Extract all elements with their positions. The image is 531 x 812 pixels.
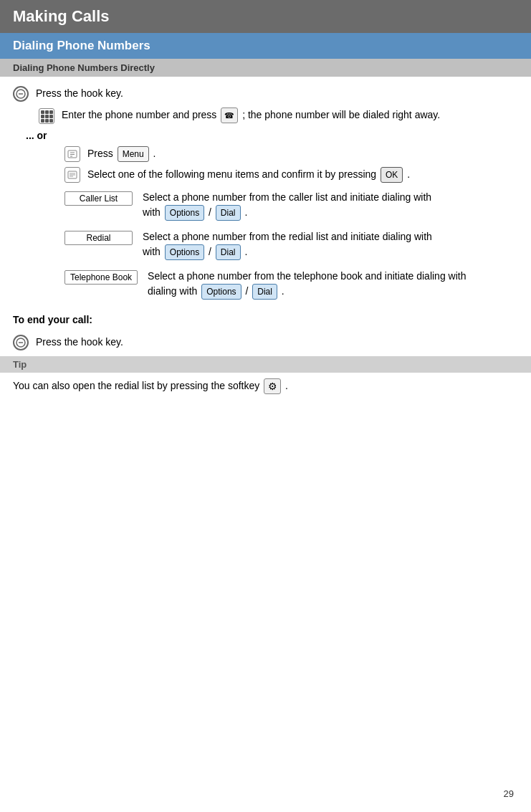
telephone-book-label: Telephone Book bbox=[64, 270, 138, 285]
page-number: 29 bbox=[504, 788, 514, 799]
chapter-title: Making Calls bbox=[13, 7, 109, 25]
redial-desc: Select a phone number from the redial li… bbox=[143, 229, 432, 260]
redial-options-btn: Options bbox=[165, 244, 204, 260]
caller-dial-btn: Dial bbox=[216, 205, 241, 221]
ok-button-label: OK bbox=[381, 167, 403, 183]
caller-options-btn: Options bbox=[165, 205, 204, 221]
end-call-text: Press the hook key. bbox=[36, 334, 123, 350]
menu-items-table: Caller List Select a phone number from t… bbox=[64, 190, 518, 300]
sub-substep-select: Select one of the following menu items a… bbox=[64, 167, 518, 183]
caller-list-label: Caller List bbox=[64, 191, 133, 206]
end-call-step: Press the hook key. bbox=[13, 334, 518, 350]
hook-icon bbox=[13, 86, 29, 102]
end-call-section: To end your call: Press the hook key. bbox=[13, 314, 518, 350]
softkey-redial-icon: ⚙ bbox=[264, 378, 281, 394]
dial-softkey-icon: ☎ bbox=[221, 108, 238, 123]
press-menu-text: Press Menu . bbox=[87, 146, 156, 162]
menu-item-redial: Redial Select a phone number from the re… bbox=[64, 229, 518, 260]
step-2-text: Enter the phone number and press ☎ ; the… bbox=[62, 108, 440, 123]
subsection-title: Dialing Phone Numbers Directly bbox=[13, 62, 155, 73]
hook-icon-2 bbox=[13, 335, 29, 350]
or-separator: ... or bbox=[26, 130, 518, 141]
sub-substep-menu: Press Menu . bbox=[64, 146, 518, 162]
subsection-header: Dialing Phone Numbers Directly bbox=[0, 59, 531, 77]
list-icon bbox=[64, 167, 80, 183]
telbook-options-btn: Options bbox=[201, 284, 241, 300]
end-call-heading: To end your call: bbox=[13, 314, 518, 325]
keypad-icon bbox=[39, 108, 54, 124]
phone-receiver-icon bbox=[64, 146, 80, 162]
tip-content: You can also open the redial list by pre… bbox=[0, 373, 531, 403]
telbook-dial-btn: Dial bbox=[252, 284, 277, 300]
redial-label: Redial bbox=[64, 231, 133, 245]
section-header: Dialing Phone Numbers bbox=[0, 33, 531, 59]
step-1: Press the hook key. bbox=[13, 85, 518, 102]
caller-list-desc: Select a phone number from the caller li… bbox=[143, 190, 431, 221]
menu-item-caller-list: Caller List Select a phone number from t… bbox=[64, 190, 518, 221]
menu-item-telephone-book: Telephone Book Select a phone number fro… bbox=[64, 269, 518, 300]
tip-header: Tip bbox=[0, 356, 531, 373]
section-title: Dialing Phone Numbers bbox=[13, 39, 150, 52]
telephone-book-desc: Select a phone number from the telephone… bbox=[148, 269, 466, 300]
tip-label: Tip bbox=[13, 359, 27, 370]
step-2-substep: Enter the phone number and press ☎ ; the… bbox=[39, 108, 518, 124]
main-content: Press the hook key. Enter the phone numb… bbox=[0, 85, 531, 350]
redial-dial-btn: Dial bbox=[216, 244, 241, 260]
select-menu-item-text: Select one of the following menu items a… bbox=[87, 167, 410, 183]
chapter-header: Making Calls bbox=[0, 0, 531, 33]
menu-button-label: Menu bbox=[118, 146, 149, 162]
step-1-text: Press the hook key. bbox=[36, 85, 123, 101]
